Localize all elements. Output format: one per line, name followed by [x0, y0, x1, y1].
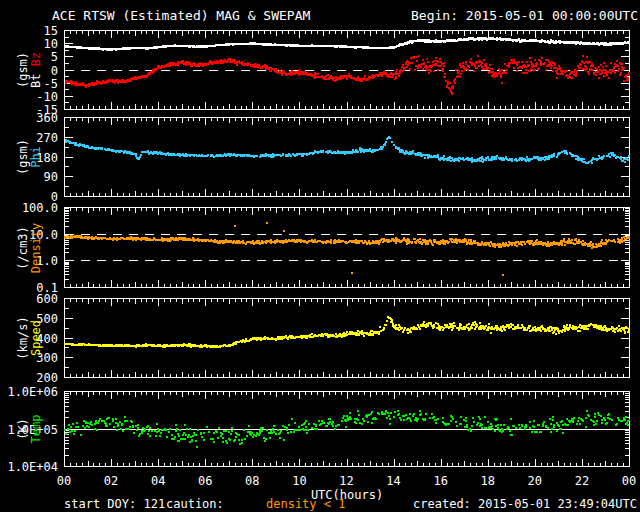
bt-bz-axis-label: (gsm)Bt Bz — [17, 52, 43, 88]
x-axis-tick-label: 22 — [570, 475, 594, 487]
x-axis-tick-label: 04 — [146, 475, 170, 487]
phi-axis-name: Phi — [30, 139, 43, 175]
x-axis-tick-label: 00 — [52, 475, 76, 487]
x-axis-tick-label: 18 — [476, 475, 500, 487]
bt-bz-ytick-label: 10 — [0, 38, 58, 50]
begin-timestamp: Begin: 2015-05-01 00:00:00UTC — [411, 8, 638, 23]
x-axis-tick-label: 00 — [617, 475, 640, 487]
temp-axis-name: Temp — [30, 415, 43, 444]
x-axis-tick-label: 14 — [382, 475, 406, 487]
start-doy-label: start DOY: 121 — [64, 497, 165, 511]
phi-plot-canvas — [64, 117, 630, 197]
temp-ytick-label: 1.0E+04 — [0, 461, 58, 473]
x-axis-tick-label: 08 — [240, 475, 264, 487]
speed-axis-name: Speed — [30, 316, 43, 359]
x-axis-tick-label: 02 — [99, 475, 123, 487]
density-plot-canvas — [64, 207, 630, 288]
x-axis-tick-label: 20 — [523, 475, 547, 487]
bt-bz-ytick-label: -10 — [0, 91, 58, 103]
speed-axis-label: (km/s)Speed — [17, 316, 43, 359]
x-axis-tick-label: 12 — [335, 475, 359, 487]
x-axis-tick-label: 10 — [287, 475, 311, 487]
temp-axis-label: (K)Temp — [17, 415, 43, 444]
ace-rtsw-plot: ACE RTSW (Estimated) MAG & SWEPAM Begin:… — [0, 0, 640, 512]
caution-value: density < 1 — [266, 497, 345, 511]
bt-bz-plot-canvas — [64, 30, 630, 110]
temp-plot-canvas — [64, 391, 630, 467]
density-axis-name: Density — [30, 222, 43, 273]
caution-label: caution: — [166, 497, 224, 511]
speed-ytick-label: 200 — [0, 372, 58, 384]
x-axis-tick-label: 06 — [193, 475, 217, 487]
x-axis-tick-label: 16 — [429, 475, 453, 487]
speed-ytick-label: 600 — [0, 293, 58, 305]
bt-bz-axis-name: Bt Bz — [30, 52, 43, 88]
phi-axis-label: (gsm)Phi — [17, 139, 43, 175]
bt-bz-ytick-label: 15 — [0, 25, 58, 37]
density-axis-label: (/cm3)Density — [17, 222, 43, 273]
phi-ytick-label: 360 — [0, 112, 58, 124]
temp-ytick-label: 1.0E+06 — [0, 386, 58, 398]
page-title: ACE RTSW (Estimated) MAG & SWEPAM — [52, 8, 310, 23]
density-ytick-label: 100.0 — [0, 202, 58, 214]
created-timestamp: created: 2015-05-01 23:49:04UTC — [413, 497, 637, 511]
speed-plot-canvas — [64, 298, 630, 378]
